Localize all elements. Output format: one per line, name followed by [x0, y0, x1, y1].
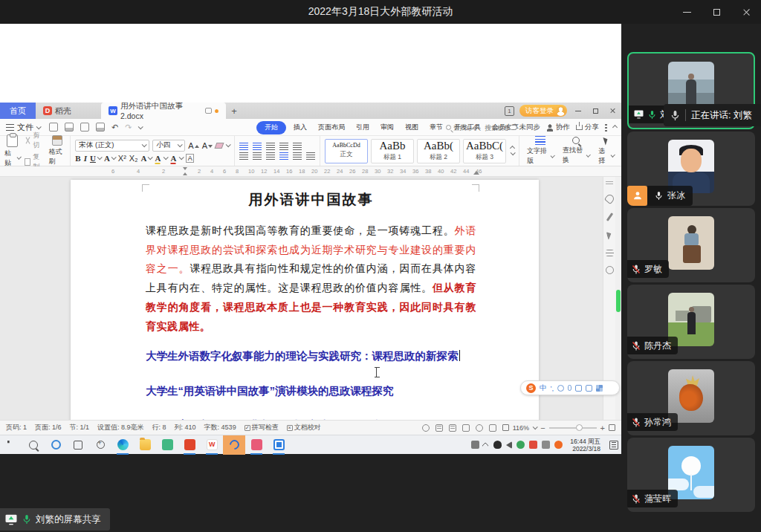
- app-foxit-taskbar-button[interactable]: [178, 435, 201, 455]
- indent-marker[interactable]: [183, 167, 188, 175]
- scrollbar-thumb[interactable]: [616, 290, 621, 312]
- pen-icon[interactable]: [606, 213, 612, 221]
- align-left-icon[interactable]: [239, 152, 248, 160]
- wps-restore-button[interactable]: [589, 105, 601, 117]
- wps-close-button[interactable]: [606, 105, 618, 117]
- ribbon-tab-章节[interactable]: 章节: [426, 121, 447, 134]
- participant-tile[interactable]: 张冰: [627, 132, 755, 206]
- underline-button[interactable]: U: [90, 154, 101, 163]
- number-list-icon[interactable]: [253, 143, 262, 150]
- zoom-out-button[interactable]: −: [540, 424, 545, 432]
- outline-view-icon[interactable]: [449, 424, 456, 432]
- screen-share-chip[interactable]: 刘繁的屏幕共享: [0, 508, 110, 531]
- chevron-down-icon[interactable]: [163, 155, 169, 160]
- cut-button[interactable]: 剪切: [25, 131, 44, 150]
- proofread-toggle[interactable]: ×文档校对: [287, 423, 321, 432]
- increase-indent-icon[interactable]: [279, 143, 288, 150]
- input-mode-chinese[interactable]: 中: [540, 383, 547, 393]
- chevron-down-icon[interactable]: [138, 124, 143, 129]
- taskbar-clock[interactable]: 16:44 周五 2022/3/18: [567, 438, 603, 452]
- participant-tile[interactable]: 陈丹杰: [627, 285, 755, 359]
- search-input[interactable]: [453, 124, 508, 132]
- font-color-button[interactable]: A: [170, 154, 176, 163]
- grow-font-button[interactable]: A: [188, 141, 198, 150]
- gallery-down-icon[interactable]: [511, 150, 516, 155]
- decrease-indent-icon[interactable]: [266, 143, 275, 150]
- text-layout-button[interactable]: 文字排版: [527, 136, 554, 166]
- style-card-标题 2[interactable]: AaBb(标题 2: [417, 139, 460, 163]
- bold-button[interactable]: B: [75, 154, 80, 163]
- justify-icon[interactable]: [279, 152, 288, 160]
- distribute-icon[interactable]: [293, 152, 302, 160]
- soft-keyboard-icon[interactable]: [575, 385, 582, 392]
- format-painter-button[interactable]: 格式刷: [48, 135, 65, 166]
- skin-icon[interactable]: [586, 385, 592, 392]
- print-icon[interactable]: [80, 123, 89, 132]
- fullscreen-icon[interactable]: [609, 424, 615, 431]
- voov-meeting-taskbar-button[interactable]: [223, 435, 245, 455]
- voice-input-icon[interactable]: [568, 385, 571, 391]
- highlight-color-button[interactable]: A: [155, 154, 161, 163]
- share-button[interactable]: 分享: [576, 123, 599, 132]
- qq-tray-icon[interactable]: [493, 441, 502, 449]
- ribbon-tab-审阅[interactable]: 审阅: [377, 121, 398, 134]
- output-icon[interactable]: [65, 123, 74, 132]
- cortana-taskbar-button[interactable]: [45, 435, 67, 455]
- horizontal-ruler[interactable]: 6422468101214161820222426283032343638404…: [0, 166, 621, 177]
- chevron-down-icon[interactable]: [179, 155, 184, 160]
- action-center-icon[interactable]: [609, 441, 618, 450]
- fit-page-icon[interactable]: [502, 424, 509, 431]
- undo-icon[interactable]: ↶: [111, 123, 118, 132]
- read-mode-icon[interactable]: [462, 424, 470, 432]
- select-button[interactable]: 选择: [598, 137, 614, 166]
- char-style-button[interactable]: A: [104, 154, 115, 163]
- page-view-icon[interactable]: [435, 424, 443, 432]
- participant-tile[interactable]: 蒲莹晖: [627, 438, 755, 512]
- collaborate-button[interactable]: 协作: [546, 123, 570, 132]
- align-right-icon[interactable]: [266, 152, 275, 160]
- participant-tile[interactable]: 罗敏: [627, 208, 755, 282]
- guest-login-button[interactable]: 访客登录: [519, 105, 567, 117]
- ribbon-tab-引用[interactable]: 引用: [352, 121, 373, 134]
- ribbon-search[interactable]: [446, 121, 508, 134]
- maximize-button[interactable]: [702, 0, 731, 24]
- wps-home-tab[interactable]: 首页: [0, 103, 36, 119]
- zoom-in-button[interactable]: +: [600, 424, 605, 432]
- font-name-select[interactable]: 宋体 (正文): [75, 140, 149, 152]
- find-replace-button[interactable]: 查找替换: [563, 137, 589, 165]
- ribbon-tab-视图[interactable]: 视图: [401, 121, 422, 134]
- toolbox-grid-icon[interactable]: [596, 385, 603, 392]
- chevron-down-icon[interactable]: [226, 142, 231, 147]
- file-explorer-taskbar-button[interactable]: [134, 435, 156, 455]
- char-border-button[interactable]: A: [186, 154, 194, 163]
- sync-status-button[interactable]: 未同步: [509, 123, 541, 132]
- zoom-slider[interactable]: [549, 427, 597, 429]
- edge-taskbar-button[interactable]: [111, 435, 134, 455]
- wps-taskbar-button[interactable]: [201, 435, 223, 455]
- ribbon-tab-开始[interactable]: 开始: [256, 121, 286, 134]
- wps-docer-tab[interactable]: D稻壳: [36, 103, 85, 119]
- edit-pen-icon[interactable]: [489, 424, 496, 432]
- close-button[interactable]: [731, 0, 761, 24]
- volume-tray-icon[interactable]: [506, 441, 512, 449]
- ribbon-tab-插入[interactable]: 插入: [290, 121, 311, 134]
- emoji-icon[interactable]: [557, 385, 564, 392]
- search-taskbar-button[interactable]: [22, 435, 45, 455]
- document-page[interactable]: 用外语讲中国故事 课程思政是新时代我国高等教育的重要使命，是一项铸魂工程。外语界…: [71, 180, 539, 420]
- chevron-down-icon[interactable]: [533, 424, 538, 429]
- select-cursor-icon[interactable]: [606, 230, 613, 240]
- text-direction-icon[interactable]: [293, 143, 302, 150]
- red-tray-icon[interactable]: [529, 441, 537, 449]
- bullet-list-icon[interactable]: [239, 143, 248, 150]
- zoom-level[interactable]: 116%: [513, 424, 529, 432]
- start-taskbar-button[interactable]: [0, 435, 22, 455]
- sogou-tray-icon[interactable]: [554, 441, 563, 449]
- style-card-标题 1[interactable]: AaBb标题 1: [371, 139, 414, 163]
- spell-check-toggle[interactable]: ✓拼写检查: [245, 423, 279, 432]
- text-effects-button[interactable]: A: [140, 154, 152, 163]
- rocket-icon[interactable]: [603, 193, 615, 204]
- font-size-select[interactable]: 小四: [152, 140, 185, 152]
- magnifier-taskbar-button[interactable]: [89, 435, 111, 455]
- wps-document-tab[interactable]: W 用外语讲中国故事2.docx: [101, 103, 226, 119]
- clear-format-icon[interactable]: [215, 143, 224, 149]
